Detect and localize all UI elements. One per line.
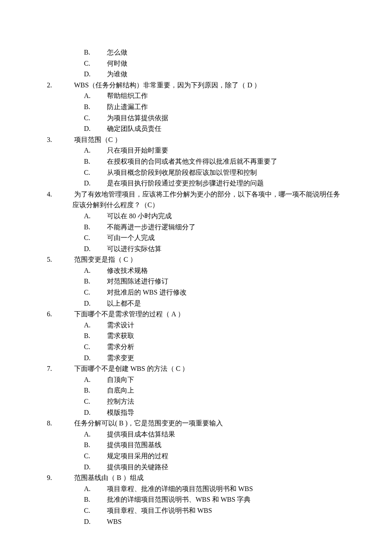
- answer-option: B. 怎么做: [96, 47, 341, 58]
- answer-option: C. 对批准后的 WBS 进行修改: [96, 287, 341, 298]
- option-text: 修改技术规格: [107, 267, 148, 274]
- answer-option: C. 可由一个人完成: [96, 232, 341, 243]
- option-text: 需求设计: [107, 321, 134, 329]
- question-stem: 4. 为了有效地管理项目，应该将工作分解为更小的部分，以下各项中，哪一项不能说明…: [60, 189, 341, 211]
- question: 8. 任务分解可以( B )，它是范围变更的一项重要输入A. 提供项目成本估算结…: [51, 418, 341, 472]
- option-text: 从项目概念阶段到收尾阶段都应该加以管理和控制: [107, 169, 257, 176]
- question-stem-text: 任务分解可以( B )，它是范围变更的一项重要输入: [74, 419, 223, 427]
- answer-option: A. 修改技术规格: [96, 265, 341, 276]
- answer-option: A. 项目章程、批准的详细的项目范围说明书和 WBS: [96, 483, 341, 494]
- option-letter: D.: [96, 516, 105, 527]
- question-stem-text: 范围变更是指（ C ）: [74, 256, 137, 263]
- option-letter: C.: [96, 505, 105, 516]
- answer-option: D. 可以进行实际估算: [96, 243, 341, 254]
- option-text: 规定项目采用的过程: [107, 452, 168, 460]
- question: 2. WBS（任务分解结构）非常重要，因为下列原因，除了（ D ）A. 帮助组织…: [51, 80, 341, 134]
- question-stem-text: 下面哪个不是创建 WBS 的方法（ C ）: [74, 365, 189, 372]
- option-text: 模版指导: [107, 409, 134, 416]
- answer-option: D. 确定团队成员责任: [96, 123, 341, 134]
- option-letter: B.: [96, 222, 105, 233]
- option-text: 提供项目范围基线: [107, 441, 161, 448]
- option-text: 在授权项目的合同或者其他文件得以批准后就不再重要了: [107, 158, 277, 165]
- option-text: 可以在 80 小时内完成: [107, 212, 172, 220]
- option-text: 需求获取: [107, 332, 134, 339]
- option-text: 怎么做: [107, 49, 127, 56]
- option-text: 何时做: [107, 60, 127, 67]
- option-letter: A.: [96, 320, 105, 331]
- question-options: A. 项目章程、批准的详细的项目范围说明书和 WBSB. 批准的详细项目范围说明…: [51, 483, 341, 527]
- option-text: 项目章程、项目工作说明书和 WBS: [107, 507, 212, 514]
- question: 9. 范围基线由（ B ）组成A. 项目章程、批准的详细的项目范围说明书和 WB…: [51, 472, 341, 527]
- question-options: A. 帮助组织工作B. 防止遗漏工作C. 为项目估算提供依据D. 确定团队成员责…: [51, 90, 341, 134]
- option-text: 为项目估算提供依据: [107, 114, 168, 121]
- answer-option: D. 提供项目的关键路径: [96, 462, 341, 473]
- question-stem-text: 项目范围（C ）: [74, 136, 121, 143]
- option-text: 自底向上: [107, 387, 134, 394]
- option-text: 可由一个人完成: [107, 234, 155, 241]
- option-letter: D.: [96, 243, 105, 254]
- option-text: 不能再进一步进行逻辑细分了: [107, 223, 196, 231]
- option-text: 防止遗漏工作: [107, 103, 148, 110]
- option-text: 对范围陈述进行修订: [107, 278, 168, 285]
- answer-option: B. 不能再进一步进行逻辑细分了: [96, 222, 341, 233]
- question-stem: 5. 范围变更是指（ C ）: [60, 254, 341, 265]
- question-number: 6.: [60, 309, 72, 320]
- answer-option: D. 是在项目执行阶段通过变更控制步骤进行处理的问题: [96, 178, 341, 189]
- answer-option: D. 需求变更: [96, 353, 341, 364]
- question-number: 2.: [60, 80, 72, 91]
- question: 7. 下面哪个不是创建 WBS 的方法（ C ）A. 自顶向下B. 自底向上C.…: [51, 363, 341, 418]
- question: 3. 项目范围（C ）A. 只在项目开始时重要B. 在授权项目的合同或者其他文件…: [51, 134, 341, 189]
- option-letter: A.: [96, 265, 105, 276]
- answer-option: C. 从项目概念阶段到收尾阶段都应该加以管理和控制: [96, 167, 341, 178]
- option-letter: D.: [96, 69, 105, 80]
- option-letter: A.: [96, 145, 105, 156]
- question: 6. 下面哪个不是需求管理的过程（ A ）A. 需求设计B. 需求获取C. 需求…: [51, 309, 341, 363]
- question-stem-text: WBS（任务分解结构）非常重要，因为下列原因，除了（ D ）: [74, 81, 261, 89]
- question-options: A. 需求设计B. 需求获取C. 需求分析D. 需求变更: [51, 320, 341, 363]
- option-letter: D.: [96, 298, 105, 309]
- option-text: 以上都不是: [107, 300, 141, 307]
- answer-option: B. 在授权项目的合同或者其他文件得以批准后就不再重要了: [96, 156, 341, 167]
- question-number: 3.: [60, 134, 72, 145]
- option-text: 控制方法: [107, 398, 134, 405]
- option-letter: B.: [96, 330, 105, 341]
- option-letter: A.: [96, 211, 105, 222]
- answer-option: C. 需求分析: [96, 341, 341, 353]
- answer-option: B. 防止遗漏工作: [96, 101, 341, 113]
- option-text: 需求分析: [107, 343, 134, 350]
- option-text: 自顶向下: [107, 376, 134, 383]
- question-stem: 2. WBS（任务分解结构）非常重要，因为下列原因，除了（ D ）: [60, 80, 341, 91]
- answer-option: B. 对范围陈述进行修订: [96, 276, 341, 287]
- option-letter: C.: [96, 58, 105, 69]
- question-stem-text: 为了有效地管理项目，应该将工作分解为更小的部分，以下各项中，哪一项不能说明任务应…: [72, 191, 340, 209]
- option-text: 只在项目开始时重要: [107, 147, 168, 154]
- option-letter: B.: [96, 47, 105, 58]
- option-letter: C.: [96, 341, 105, 353]
- option-letter: D.: [96, 178, 105, 189]
- question-number: 4.: [60, 189, 72, 200]
- option-letter: D.: [96, 123, 105, 134]
- option-letter: C.: [96, 113, 105, 124]
- questions-container: 2. WBS（任务分解结构）非常重要，因为下列原因，除了（ D ）A. 帮助组织…: [51, 80, 341, 527]
- answer-option: A. 需求设计: [96, 320, 341, 331]
- answer-option: D. 为谁做: [96, 69, 341, 80]
- option-letter: B.: [96, 439, 105, 451]
- question-stem-text: 下面哪个不是需求管理的过程（ A ）: [74, 310, 184, 318]
- option-letter: B.: [96, 385, 105, 396]
- answer-option: A. 提供项目成本估算结果: [96, 429, 341, 440]
- answer-option: A. 帮助组织工作: [96, 90, 341, 101]
- answer-option: B. 自底向上: [96, 385, 341, 396]
- question-stem: 7. 下面哪个不是创建 WBS 的方法（ C ）: [60, 363, 341, 374]
- answer-option: A. 可以在 80 小时内完成: [96, 211, 341, 222]
- option-text: 需求变更: [107, 354, 134, 361]
- question-number: 8.: [60, 418, 72, 429]
- option-letter: C.: [96, 396, 105, 407]
- option-letter: A.: [96, 374, 105, 385]
- answer-option: B. 提供项目范围基线: [96, 439, 341, 451]
- option-letter: A.: [96, 90, 105, 101]
- option-text: 是在项目执行阶段通过变更控制步骤进行处理的问题: [107, 179, 264, 187]
- option-letter: D.: [96, 353, 105, 364]
- answer-option: D. WBS: [96, 516, 341, 527]
- question-number: 5.: [60, 254, 72, 265]
- answer-option: D. 以上都不是: [96, 298, 341, 309]
